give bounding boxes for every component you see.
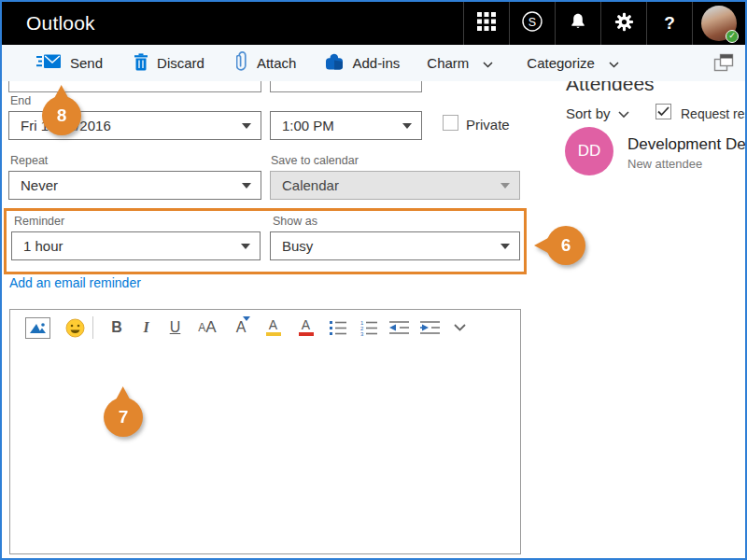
outdent-icon [388, 320, 410, 335]
chevron-down-icon [483, 55, 493, 71]
user-avatar: ✓ [701, 6, 737, 41]
chevron-down-icon [618, 105, 629, 121]
callout-badge-6: 6 [546, 226, 585, 265]
image-icon [28, 321, 48, 335]
gear-icon [614, 12, 634, 35]
private-label: Private [466, 117, 510, 133]
attendee-avatar[interactable]: DD [565, 127, 613, 175]
italic-button[interactable]: I [132, 315, 161, 340]
bullet-list-button[interactable] [322, 315, 353, 340]
repeat-dropdown[interactable]: Never [8, 171, 261, 200]
account-button[interactable]: ✓ [692, 2, 745, 45]
send-icon [36, 53, 62, 73]
send-button[interactable]: Send [36, 53, 103, 73]
addins-cube-icon [325, 53, 344, 73]
font-color-button[interactable]: A [289, 315, 322, 340]
font-color-swatch [299, 332, 314, 336]
add-email-reminder-link[interactable]: Add an email reminder [9, 275, 141, 290]
bold-button[interactable]: B [102, 315, 132, 340]
charm-button[interactable]: Charm [427, 55, 493, 71]
app-launcher-grid-icon [477, 12, 496, 35]
trash-icon [134, 53, 148, 74]
outdent-button[interactable] [384, 315, 415, 340]
settings-button[interactable] [600, 2, 646, 45]
bell-icon [569, 12, 587, 35]
numbered-list-icon: 123 [359, 319, 378, 336]
insert-emoji-button[interactable] [61, 315, 89, 340]
dropdown-arrow-icon [242, 183, 251, 189]
checkmark-icon [657, 106, 669, 117]
app-launcher-button[interactable] [463, 2, 509, 45]
end-time-dropdown[interactable]: 1:00 PM [270, 111, 422, 140]
attendees-title: Attendees [566, 81, 655, 95]
addins-button[interactable]: Add-ins [325, 53, 400, 73]
save-to-calendar-label: Save to calendar [271, 154, 359, 167]
more-formatting-button[interactable] [445, 315, 473, 340]
top-bar: Outlook S [2, 2, 745, 45]
request-responses-checkbox[interactable] [655, 104, 671, 119]
start-date-field-partial[interactable] [8, 81, 261, 92]
toolbar-divider [92, 316, 93, 339]
help-button[interactable]: ? [646, 2, 692, 45]
start-time-field-partial[interactable] [270, 81, 422, 92]
paperclip-icon [236, 51, 248, 75]
font-size-button[interactable]: A [225, 315, 257, 340]
command-toolbar: Send Discard Attach [2, 45, 745, 81]
end-label: End [10, 94, 31, 107]
skype-icon: S [521, 10, 543, 36]
callout-highlight-box [4, 208, 527, 274]
font-button[interactable]: AA [190, 315, 225, 340]
dropdown-arrow-icon [500, 183, 510, 189]
skype-button[interactable]: S [509, 2, 555, 45]
editor-toolbar: B I U AA A A A [10, 310, 520, 345]
callout-badge-7: 7 [104, 398, 143, 437]
save-to-calendar-dropdown: Calendar [270, 171, 520, 200]
outlook-window: Outlook S [0, 0, 747, 560]
size-caret-icon [243, 316, 250, 321]
rich-text-editor: B I U AA A A A [9, 309, 521, 554]
presence-available-icon: ✓ [726, 30, 739, 43]
attendee-name: Development Depa [627, 135, 745, 154]
highlight-swatch [266, 332, 281, 336]
attendee-item[interactable]: Development Depa New attendee [627, 135, 745, 171]
dropdown-arrow-icon [402, 123, 412, 129]
popout-icon[interactable] [713, 53, 735, 77]
discard-button[interactable]: Discard [134, 53, 204, 74]
private-checkbox[interactable] [443, 115, 458, 131]
topbar-icons: S [463, 2, 745, 45]
svg-text:3: 3 [360, 331, 364, 336]
insert-image-button[interactable] [25, 317, 50, 339]
notifications-button[interactable] [555, 2, 600, 45]
highlight-color-button[interactable]: A [257, 315, 289, 340]
smiley-icon [65, 318, 85, 338]
question-mark-icon: ? [664, 13, 675, 34]
app-title: Outlook [26, 12, 95, 35]
indent-icon [419, 320, 441, 335]
callout-badge-8: 8 [42, 96, 81, 135]
attach-button[interactable]: Attach [236, 51, 297, 75]
request-responses-label: Request resp [681, 106, 745, 121]
indent-button[interactable] [415, 315, 445, 340]
bullet-list-icon [329, 319, 347, 336]
underline-button[interactable]: U [161, 315, 190, 340]
attendee-status: New attendee [627, 157, 745, 171]
svg-text:S: S [529, 16, 536, 29]
dropdown-arrow-icon [242, 123, 251, 129]
numbered-list-button[interactable]: 123 [353, 315, 384, 340]
chevron-down-icon [454, 324, 466, 331]
sort-by-dropdown[interactable]: Sort by [566, 105, 629, 121]
editor-content-area[interactable] [10, 346, 520, 553]
categorize-button[interactable]: Categorize [527, 55, 619, 71]
event-form: End Fri 10/21/2016 1:00 PM Private Repea… [2, 81, 745, 558]
repeat-label: Repeat [10, 154, 48, 167]
chevron-down-icon [609, 55, 619, 71]
